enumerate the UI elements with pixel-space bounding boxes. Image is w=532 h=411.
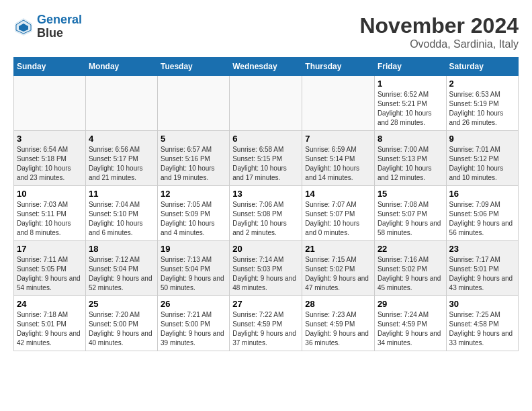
- calendar-cell: 27Sunrise: 7:22 AMSunset: 4:59 PMDayligh…: [230, 296, 302, 351]
- day-number: 5: [161, 134, 226, 144]
- day-number: 10: [17, 189, 83, 199]
- day-number: 18: [89, 244, 154, 254]
- calendar-cell: 19Sunrise: 7:13 AMSunset: 5:04 PMDayligh…: [158, 241, 230, 296]
- day-number: 14: [305, 189, 371, 199]
- calendar-cell: 28Sunrise: 7:23 AMSunset: 4:59 PMDayligh…: [302, 296, 375, 351]
- day-info: Sunrise: 7:14 AMSunset: 5:03 PMDaylight:…: [232, 255, 299, 293]
- day-info: Sunrise: 7:01 AMSunset: 5:12 PMDaylight:…: [449, 145, 515, 183]
- day-number: 28: [305, 299, 371, 309]
- day-number: 6: [232, 134, 299, 144]
- calendar-week-row: 1Sunrise: 6:52 AMSunset: 5:21 PMDaylight…: [14, 76, 519, 131]
- day-info: Sunrise: 6:57 AMSunset: 5:16 PMDaylight:…: [161, 145, 226, 183]
- weekday-header: Sunday: [14, 58, 86, 76]
- day-number: 17: [17, 244, 83, 254]
- day-info: Sunrise: 7:23 AMSunset: 4:59 PMDaylight:…: [305, 310, 371, 348]
- calendar-cell: 1Sunrise: 6:52 AMSunset: 5:21 PMDaylight…: [374, 76, 446, 131]
- day-number: 4: [89, 134, 154, 144]
- day-info: Sunrise: 7:06 AMSunset: 5:08 PMDaylight:…: [232, 200, 299, 238]
- day-info: Sunrise: 7:08 AMSunset: 5:07 PMDaylight:…: [378, 200, 443, 238]
- calendar-cell: 22Sunrise: 7:16 AMSunset: 5:02 PMDayligh…: [374, 241, 446, 296]
- calendar-week-row: 17Sunrise: 7:11 AMSunset: 5:05 PMDayligh…: [14, 241, 519, 296]
- day-info: Sunrise: 7:25 AMSunset: 4:58 PMDaylight:…: [449, 310, 515, 348]
- day-number: 9: [449, 134, 515, 144]
- day-info: Sunrise: 7:21 AMSunset: 5:00 PMDaylight:…: [161, 310, 226, 348]
- calendar-cell: 5Sunrise: 6:57 AMSunset: 5:16 PMDaylight…: [158, 131, 230, 186]
- day-info: Sunrise: 7:05 AMSunset: 5:09 PMDaylight:…: [161, 200, 226, 238]
- day-info: Sunrise: 7:13 AMSunset: 5:04 PMDaylight:…: [161, 255, 226, 293]
- logo-icon: [13, 17, 34, 37]
- calendar-cell: 11Sunrise: 7:04 AMSunset: 5:10 PMDayligh…: [85, 186, 157, 241]
- calendar-cell: [302, 76, 375, 131]
- month-title: November 2024: [359, 13, 519, 38]
- day-number: 23: [449, 244, 515, 254]
- calendar-cell: 16Sunrise: 7:09 AMSunset: 5:06 PMDayligh…: [446, 186, 518, 241]
- weekday-header: Thursday: [302, 58, 375, 76]
- calendar-cell: 30Sunrise: 7:25 AMSunset: 4:58 PMDayligh…: [446, 296, 518, 351]
- day-info: Sunrise: 7:22 AMSunset: 4:59 PMDaylight:…: [232, 310, 299, 348]
- calendar-header-row: SundayMondayTuesdayWednesdayThursdayFrid…: [14, 58, 519, 76]
- day-info: Sunrise: 6:54 AMSunset: 5:18 PMDaylight:…: [17, 145, 83, 183]
- calendar-cell: [14, 76, 86, 131]
- calendar-cell: 2Sunrise: 6:53 AMSunset: 5:19 PMDaylight…: [446, 76, 518, 131]
- day-number: 1: [378, 79, 443, 89]
- day-info: Sunrise: 7:18 AMSunset: 5:01 PMDaylight:…: [17, 310, 83, 348]
- page-header: General Blue November 2024 Ovodda, Sardi…: [13, 13, 519, 50]
- calendar-cell: 18Sunrise: 7:12 AMSunset: 5:04 PMDayligh…: [85, 241, 157, 296]
- calendar-cell: 14Sunrise: 7:07 AMSunset: 5:07 PMDayligh…: [302, 186, 375, 241]
- day-number: 19: [161, 244, 226, 254]
- day-info: Sunrise: 6:52 AMSunset: 5:21 PMDaylight:…: [378, 90, 443, 128]
- weekday-header: Saturday: [446, 58, 518, 76]
- weekday-header: Friday: [374, 58, 446, 76]
- day-info: Sunrise: 6:53 AMSunset: 5:19 PMDaylight:…: [449, 90, 515, 128]
- day-number: 7: [305, 134, 371, 144]
- day-number: 11: [89, 189, 154, 199]
- calendar-cell: 15Sunrise: 7:08 AMSunset: 5:07 PMDayligh…: [374, 186, 446, 241]
- day-number: 3: [17, 134, 83, 144]
- day-info: Sunrise: 6:58 AMSunset: 5:15 PMDaylight:…: [232, 145, 299, 183]
- location-title: Ovodda, Sardinia, Italy: [359, 38, 519, 50]
- calendar-week-row: 3Sunrise: 6:54 AMSunset: 5:18 PMDaylight…: [14, 131, 519, 186]
- weekday-header: Tuesday: [158, 58, 230, 76]
- day-info: Sunrise: 7:11 AMSunset: 5:05 PMDaylight:…: [17, 255, 83, 293]
- day-number: 24: [17, 299, 83, 309]
- day-info: Sunrise: 7:03 AMSunset: 5:11 PMDaylight:…: [17, 200, 83, 238]
- day-info: Sunrise: 7:17 AMSunset: 5:01 PMDaylight:…: [449, 255, 515, 293]
- calendar-cell: 25Sunrise: 7:20 AMSunset: 5:00 PMDayligh…: [85, 296, 157, 351]
- day-info: Sunrise: 6:56 AMSunset: 5:17 PMDaylight:…: [89, 145, 154, 183]
- calendar-cell: 9Sunrise: 7:01 AMSunset: 5:12 PMDaylight…: [446, 131, 518, 186]
- day-number: 26: [161, 299, 226, 309]
- title-block: November 2024 Ovodda, Sardinia, Italy: [359, 13, 519, 50]
- calendar-cell: 21Sunrise: 7:15 AMSunset: 5:02 PMDayligh…: [302, 241, 375, 296]
- day-number: 25: [89, 299, 154, 309]
- calendar-table: SundayMondayTuesdayWednesdayThursdayFrid…: [13, 57, 519, 351]
- calendar-cell: 26Sunrise: 7:21 AMSunset: 5:00 PMDayligh…: [158, 296, 230, 351]
- calendar-cell: [158, 76, 230, 131]
- weekday-header: Monday: [85, 58, 157, 76]
- weekday-header: Wednesday: [230, 58, 302, 76]
- day-number: 16: [449, 189, 515, 199]
- calendar-cell: 4Sunrise: 6:56 AMSunset: 5:17 PMDaylight…: [85, 131, 157, 186]
- day-number: 2: [449, 79, 515, 89]
- day-number: 29: [378, 299, 443, 309]
- calendar-cell: 8Sunrise: 7:00 AMSunset: 5:13 PMDaylight…: [374, 131, 446, 186]
- day-info: Sunrise: 7:12 AMSunset: 5:04 PMDaylight:…: [89, 255, 154, 293]
- calendar-cell: [230, 76, 302, 131]
- day-number: 12: [161, 189, 226, 199]
- calendar-cell: [85, 76, 157, 131]
- calendar-cell: 6Sunrise: 6:58 AMSunset: 5:15 PMDaylight…: [230, 131, 302, 186]
- day-info: Sunrise: 7:00 AMSunset: 5:13 PMDaylight:…: [378, 145, 443, 183]
- calendar-cell: 13Sunrise: 7:06 AMSunset: 5:08 PMDayligh…: [230, 186, 302, 241]
- day-number: 13: [232, 189, 299, 199]
- day-number: 27: [232, 299, 299, 309]
- calendar-cell: 20Sunrise: 7:14 AMSunset: 5:03 PMDayligh…: [230, 241, 302, 296]
- day-info: Sunrise: 7:09 AMSunset: 5:06 PMDaylight:…: [449, 200, 515, 238]
- calendar-cell: 7Sunrise: 6:59 AMSunset: 5:14 PMDaylight…: [302, 131, 375, 186]
- day-number: 15: [378, 189, 443, 199]
- day-info: Sunrise: 6:59 AMSunset: 5:14 PMDaylight:…: [305, 145, 371, 183]
- day-number: 8: [378, 134, 443, 144]
- day-number: 20: [232, 244, 299, 254]
- day-info: Sunrise: 7:07 AMSunset: 5:07 PMDaylight:…: [305, 200, 371, 238]
- calendar-cell: 23Sunrise: 7:17 AMSunset: 5:01 PMDayligh…: [446, 241, 518, 296]
- day-number: 30: [449, 299, 515, 309]
- day-info: Sunrise: 7:15 AMSunset: 5:02 PMDaylight:…: [305, 255, 371, 293]
